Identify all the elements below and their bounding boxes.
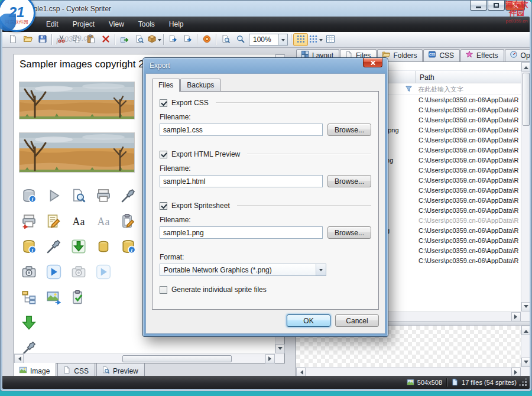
record-target-button[interactable]: [199, 33, 214, 46]
clip-pen-icon[interactable]: [118, 211, 138, 231]
export-css-browse-button[interactable]: Browse...: [327, 124, 371, 136]
export-html-browse-button[interactable]: Browse...: [327, 175, 371, 187]
new-document-button[interactable]: [5, 33, 20, 46]
export-html-label: Export HTML Preview: [171, 150, 240, 158]
sprite-image-1[interactable]: [19, 82, 135, 119]
filter-icon[interactable]: [405, 85, 413, 95]
delete-button[interactable]: [98, 33, 113, 46]
table-view-button[interactable]: [323, 33, 338, 46]
minimize-button[interactable]: [470, 1, 487, 11]
camera-icon[interactable]: [19, 262, 38, 282]
preview-horizontal-scrollbar[interactable]: [296, 367, 521, 376]
list-vertical-scrollbar[interactable]: [521, 62, 530, 311]
scroll-up-button[interactable]: [521, 62, 530, 72]
scroll-left-button[interactable]: [296, 368, 306, 376]
open-project-button[interactable]: [20, 33, 35, 46]
record-target-icon: [202, 34, 212, 46]
export-css-checkbox[interactable]: [160, 99, 167, 107]
tab-label: Effects: [476, 51, 498, 60]
toolbar-separator: [115, 34, 115, 45]
chevron-down-icon[interactable]: [316, 264, 326, 275]
zoom-combobox[interactable]: 100%: [249, 34, 288, 46]
tab-effects[interactable]: Effects: [460, 49, 504, 61]
download-green-icon[interactable]: [69, 236, 88, 257]
grid-toggle-button[interactable]: [293, 33, 308, 46]
cyl-yellow-icon[interactable]: i: [118, 236, 138, 257]
export-css-filename-input[interactable]: [160, 124, 323, 136]
zoom-tool-button[interactable]: [233, 33, 248, 46]
cyl-yellow-sm-icon[interactable]: [93, 236, 113, 257]
separator-line: [237, 205, 371, 206]
scroll-right-button[interactable]: [511, 368, 521, 376]
canvas-horizontal-scrollbar[interactable]: [14, 353, 275, 363]
tab-css[interactable]: CSS: [57, 363, 95, 376]
export-html-filename-input[interactable]: [160, 175, 323, 187]
sprite-image-2[interactable]: [19, 132, 135, 173]
tab-css[interactable]: CSSCSS: [423, 49, 460, 61]
menu-view[interactable]: View: [102, 17, 131, 31]
send-to-1-button[interactable]: [166, 33, 180, 46]
eyedropper-icon[interactable]: [118, 186, 138, 206]
cancel-button[interactable]: Cancel: [335, 314, 379, 327]
eyedropper-icon[interactable]: [44, 236, 63, 257]
printer-icon[interactable]: [93, 186, 113, 206]
preview-vertical-scrollbar[interactable]: [521, 326, 530, 367]
export-spritesheet-checkbox[interactable]: [160, 202, 167, 210]
menu-edit[interactable]: Edit: [39, 17, 66, 31]
scroll-right-button[interactable]: [511, 312, 521, 322]
play-gray-icon[interactable]: [44, 186, 63, 206]
export-spritesheet-browse-button[interactable]: Browse...: [327, 226, 371, 239]
resize-grip[interactable]: [525, 384, 527, 386]
scroll-right-button[interactable]: [265, 354, 275, 363]
magnifier-page-icon[interactable]: [69, 186, 88, 206]
font-light-icon[interactable]: Aa: [93, 211, 113, 231]
clip-check-icon[interactable]: [69, 287, 88, 307]
menu-project[interactable]: Project: [66, 17, 102, 31]
camera-light-icon[interactable]: [69, 262, 88, 282]
dialog-tab-files[interactable]: Files: [152, 79, 180, 92]
menu-tools[interactable]: Tools: [131, 17, 162, 31]
dialog-close-button[interactable]: [363, 58, 382, 67]
tab-image[interactable]: Image: [14, 363, 56, 376]
scroll-left-button[interactable]: [14, 354, 24, 363]
scroll-down-button[interactable]: [521, 302, 530, 311]
format-select[interactable]: Portable Network Graphics (*.png): [160, 264, 326, 276]
chevron-down-icon[interactable]: [278, 34, 287, 45]
export-html-checkbox[interactable]: [160, 151, 167, 158]
status-files: 17 files (54 sprites): [462, 379, 517, 386]
scroll-up-button[interactable]: [521, 326, 530, 335]
tab-optimize[interactable]: Optimize: [505, 49, 530, 61]
tree-view-icon[interactable]: [19, 287, 38, 307]
export-button[interactable]: [117, 33, 132, 46]
save-project-button[interactable]: [35, 33, 50, 46]
export-spritesheet-filename-input[interactable]: [160, 226, 323, 239]
eyedropper-icon[interactable]: [19, 338, 38, 353]
ok-button[interactable]: OK: [287, 314, 330, 327]
image-export-icon[interactable]: [44, 287, 63, 307]
arrow-down-green-icon[interactable]: [19, 313, 38, 333]
menu-help[interactable]: Help: [162, 17, 191, 31]
package-button[interactable]: [147, 33, 161, 46]
play-light-icon[interactable]: [93, 262, 113, 282]
cyl-yellow-icon[interactable]: i: [19, 236, 38, 257]
font-dark-icon[interactable]: Aa: [69, 211, 88, 231]
printer-red-icon[interactable]: [19, 211, 38, 231]
cyl-gray-icon[interactable]: i: [19, 186, 38, 206]
effects-tab-icon: [465, 50, 473, 60]
grid-options-button[interactable]: [308, 33, 323, 46]
dialog-tab-backups[interactable]: Backups: [180, 79, 220, 91]
send-to-2-button[interactable]: [180, 33, 195, 46]
scroll-down-button[interactable]: [521, 358, 530, 367]
generate-individual-checkbox[interactable]: [160, 286, 167, 294]
zoom-fit-button[interactable]: [218, 33, 233, 46]
scrollbar-thumb[interactable]: [122, 355, 232, 362]
path-column-header[interactable]: Path: [416, 71, 521, 83]
preview-document-button[interactable]: [132, 33, 147, 46]
scrollbar-thumb[interactable]: [523, 73, 530, 126]
title-bar[interactable]: sample1.csp - Cyotek Spriter: [2, 1, 530, 17]
file-path: C:\Users\pc0359.cn-06\AppData\R: [416, 216, 521, 226]
play-blue-icon[interactable]: [44, 262, 63, 282]
note-edit-icon[interactable]: [44, 211, 63, 231]
tab-preview[interactable]: Preview: [96, 363, 145, 376]
scroll-down-button[interactable]: [275, 344, 285, 353]
